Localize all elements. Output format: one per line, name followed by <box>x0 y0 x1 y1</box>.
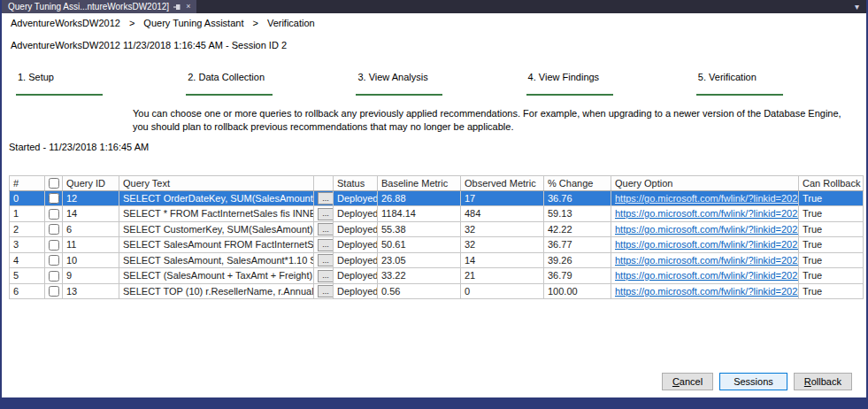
row-select-checkbox[interactable] <box>49 240 59 251</box>
document-tab-bar: Query Tuning Assi...ntureWorksDW2012] × … <box>2 0 866 13</box>
column-header-pct-change[interactable]: % Change <box>544 175 611 190</box>
cell-row-number: 2 <box>10 221 45 237</box>
tab-overflow-button[interactable]: ▾ <box>848 0 866 13</box>
cell-observed-metric: 17 <box>461 190 544 206</box>
cell-baseline-metric: 55.38 <box>378 221 461 237</box>
table-row[interactable]: 0 12 SELECT OrderDateKey, SUM(SalesAmoun… <box>10 190 864 206</box>
select-all-checkbox[interactable] <box>49 178 59 189</box>
row-select-checkbox[interactable] <box>49 224 59 235</box>
cell-query-id: 14 <box>63 206 119 222</box>
cell-can-rollback: True <box>799 283 864 299</box>
query-option-link[interactable]: https://go.microsoft.com/fwlink/?linkid=… <box>615 286 799 297</box>
expand-query-text-button[interactable]: ... <box>318 223 334 235</box>
row-select-checkbox[interactable] <box>49 193 59 204</box>
row-select-checkbox[interactable] <box>49 286 59 297</box>
column-header-expand <box>314 175 334 190</box>
cell-expand: ... <box>314 268 334 284</box>
row-select-checkbox[interactable] <box>49 255 59 266</box>
cell-pct-change: 39.26 <box>544 252 611 268</box>
cell-query-id: 10 <box>63 252 119 268</box>
column-header-index[interactable]: # <box>10 175 45 190</box>
cell-baseline-metric: 0.56 <box>378 283 461 299</box>
cell-query-text: SELECT OrderDateKey, SUM(SalesAmount) AS… <box>119 190 314 206</box>
cell-query-text: SELECT CustomerKey, SUM(SalesAmount) AS … <box>119 221 314 237</box>
column-header-status[interactable]: Status <box>334 175 378 190</box>
rollback-button[interactable]: Rollback <box>794 373 852 390</box>
step-underline <box>16 94 103 96</box>
expand-query-text-button[interactable]: ... <box>318 285 334 297</box>
step-underline <box>526 94 613 96</box>
table-row[interactable]: 1 14 SELECT * FROM FactInternetSales fis… <box>10 206 864 222</box>
document-tab[interactable]: Query Tuning Assi...ntureWorksDW2012] × <box>2 0 196 13</box>
wizard-step-view-findings[interactable]: 4. View Findings <box>519 72 689 96</box>
cell-can-rollback: True <box>799 190 864 206</box>
cell-select <box>45 206 63 222</box>
query-option-link[interactable]: https://go.microsoft.com/fwlink/?linkid=… <box>615 224 799 235</box>
query-option-link[interactable]: https://go.microsoft.com/fwlink/?linkid=… <box>615 255 799 266</box>
cell-observed-metric: 0 <box>461 283 544 299</box>
qta-window: Query Tuning Assi...ntureWorksDW2012] × … <box>0 0 868 409</box>
queries-grid: # Query ID Query Text Status Baseline Me… <box>9 175 864 300</box>
wizard-step-verification[interactable]: 5. Verification <box>689 72 859 96</box>
cell-row-number: 6 <box>10 283 45 299</box>
cell-pct-change: 36.77 <box>544 237 611 253</box>
query-option-link[interactable]: https://go.microsoft.com/fwlink/?linkid=… <box>615 239 799 250</box>
expand-query-text-button[interactable]: ... <box>318 192 334 204</box>
cell-expand: ... <box>314 221 334 237</box>
cell-query-option: https://go.microsoft.com/fwlink/?linkid=… <box>611 206 799 222</box>
pin-icon[interactable] <box>173 4 181 11</box>
cell-row-number: 1 <box>10 206 45 222</box>
cell-can-rollback: True <box>799 268 864 284</box>
cell-row-number: 4 <box>10 252 45 268</box>
cell-can-rollback: True <box>799 221 864 237</box>
table-row[interactable]: 4 10 SELECT SalesAmount, SalesAmount*1.1… <box>10 252 864 268</box>
table-row[interactable]: 6 13 SELECT TOP (10) r.ResellerName, r.A… <box>10 283 864 299</box>
column-header-observed-metric[interactable]: Observed Metric <box>461 175 544 190</box>
main-content: AdventureWorksDW2012>Query Tuning Assist… <box>2 13 866 397</box>
query-option-link[interactable]: https://go.microsoft.com/fwlink/?linkid=… <box>615 270 799 281</box>
cell-select <box>45 237 63 253</box>
cell-can-rollback: True <box>799 237 864 253</box>
expand-query-text-button[interactable]: ... <box>318 270 334 282</box>
expand-query-text-button[interactable]: ... <box>318 254 334 266</box>
expand-query-text-button[interactable]: ... <box>318 239 334 251</box>
cell-pct-change: 36.79 <box>544 268 611 284</box>
column-header-baseline-metric[interactable]: Baseline Metric <box>378 175 461 190</box>
breadcrumb-separator: > <box>252 18 257 28</box>
cell-observed-metric: 21 <box>461 268 544 284</box>
chevron-down-icon: ▾ <box>855 2 859 12</box>
row-select-checkbox[interactable] <box>49 271 59 282</box>
cell-baseline-metric: 50.61 <box>378 237 461 253</box>
cancel-button[interactable]: Cancel <box>662 373 713 390</box>
row-select-checkbox[interactable] <box>49 209 59 220</box>
wizard-step-setup[interactable]: 1. Setup <box>9 72 179 96</box>
cell-query-text: SELECT (SalesAmount + TaxAmt + Freight) … <box>119 268 314 284</box>
cell-expand: ... <box>314 283 334 299</box>
column-header-query-id[interactable]: Query ID <box>63 175 119 190</box>
cell-observed-metric: 14 <box>461 252 544 268</box>
table-row[interactable]: 2 6 SELECT CustomerKey, SUM(SalesAmount)… <box>10 221 864 237</box>
column-header-query-option[interactable]: Query Option <box>611 175 799 190</box>
cell-status: Deployed <box>334 206 378 222</box>
breadcrumb: AdventureWorksDW2012>Query Tuning Assist… <box>2 13 866 28</box>
cell-row-number: 3 <box>10 237 45 253</box>
column-header-can-rollback[interactable]: Can Rollback <box>799 175 864 190</box>
cell-status: Deployed <box>334 268 378 284</box>
cell-status: Deployed <box>334 190 378 206</box>
close-icon[interactable]: × <box>186 3 190 11</box>
wizard-step-data-collection[interactable]: 2. Data Collection <box>179 72 349 96</box>
table-row[interactable]: 3 11 SELECT SalesAmount FROM FactInterne… <box>10 237 864 253</box>
cell-status: Deployed <box>334 221 378 237</box>
cell-select <box>45 252 63 268</box>
query-option-link[interactable]: https://go.microsoft.com/fwlink/?linkid=… <box>615 193 799 204</box>
status-bar <box>2 397 866 409</box>
cell-query-id: 9 <box>63 268 119 284</box>
cell-baseline-metric: 33.22 <box>378 268 461 284</box>
sessions-button[interactable]: Sessions <box>719 373 787 390</box>
expand-query-text-button[interactable]: ... <box>318 208 334 220</box>
query-option-link[interactable]: https://go.microsoft.com/fwlink/?linkid=… <box>615 208 799 219</box>
wizard-step-view-analysis[interactable]: 3. View Analysis <box>349 72 518 96</box>
column-header-query-text[interactable]: Query Text <box>119 175 314 190</box>
table-row[interactable]: 5 9 SELECT (SalesAmount + TaxAmt + Freig… <box>10 268 864 284</box>
cell-pct-change: 100.00 <box>544 283 611 299</box>
